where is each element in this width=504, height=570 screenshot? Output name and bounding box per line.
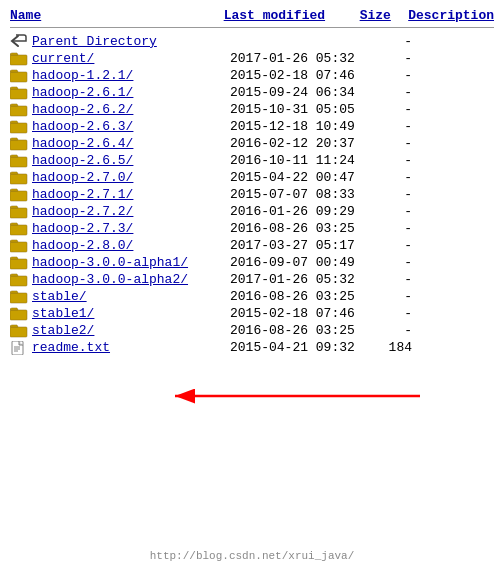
file-modified: 2016-09-07 00:49: [230, 255, 370, 270]
table-row: hadoop-2.6.3/2015-12-18 10:49-: [10, 118, 494, 135]
file-modified: 2017-01-26 05:32: [230, 272, 370, 287]
file-modified: 2016-01-26 09:29: [230, 204, 370, 219]
file-modified: 2015-02-18 07:46: [230, 306, 370, 321]
file-link[interactable]: hadoop-2.7.2/: [32, 204, 133, 219]
file-size: -: [370, 289, 420, 304]
table-row: current/2017-01-26 05:32-: [10, 50, 494, 67]
folder-icon: [10, 52, 28, 66]
file-name-cell: hadoop-2.6.5/: [10, 153, 230, 168]
file-name-cell: Parent Directory: [10, 33, 230, 49]
file-size: -: [370, 187, 420, 202]
file-modified: 2016-08-26 03:25: [230, 289, 370, 304]
svg-rect-8: [10, 191, 27, 201]
file-name-cell: stable2/: [10, 323, 230, 338]
svg-rect-3: [10, 106, 27, 116]
file-modified: 2016-08-26 03:25: [230, 221, 370, 236]
file-rows: Parent Directory- current/2017-01-26 05:…: [10, 32, 494, 356]
file-link[interactable]: stable2/: [32, 323, 94, 338]
file-modified: 2016-02-12 20:37: [230, 136, 370, 151]
folder-icon: [10, 256, 28, 270]
folder-icon: [10, 171, 28, 185]
svg-rect-9: [10, 208, 27, 218]
file-modified: 2016-10-11 11:24: [230, 153, 370, 168]
file-link[interactable]: hadoop-2.6.2/: [32, 102, 133, 117]
table-row: hadoop-2.6.1/2015-09-24 06:34-: [10, 84, 494, 101]
file-modified: 2017-01-26 05:32: [230, 51, 370, 66]
folder-icon: [10, 222, 28, 236]
table-row: stable/2016-08-26 03:25-: [10, 288, 494, 305]
file-size: -: [370, 51, 420, 66]
table-row: hadoop-2.6.2/2015-10-31 05:05-: [10, 101, 494, 118]
svg-rect-15: [10, 310, 27, 320]
svg-rect-13: [10, 276, 27, 286]
file-link[interactable]: hadoop-2.6.1/: [32, 85, 133, 100]
file-link[interactable]: hadoop-2.7.3/: [32, 221, 133, 236]
file-modified: 2015-12-18 10:49: [230, 119, 370, 134]
file-name-cell: hadoop-2.7.3/: [10, 221, 230, 236]
file-size: -: [370, 85, 420, 100]
file-name-cell: hadoop-1.2.1/: [10, 68, 230, 83]
folder-icon: [10, 154, 28, 168]
file-link[interactable]: current/: [32, 51, 94, 66]
svg-rect-14: [10, 293, 27, 303]
table-row: stable2/2016-08-26 03:25-: [10, 322, 494, 339]
file-link[interactable]: hadoop-3.0.0-alpha1/: [32, 255, 188, 270]
file-name-cell: stable/: [10, 289, 230, 304]
table-row: hadoop-2.7.3/2016-08-26 03:25-: [10, 220, 494, 237]
file-link[interactable]: hadoop-2.7.0/: [32, 170, 133, 185]
col-desc-header[interactable]: Description: [408, 8, 494, 23]
folder-icon: [10, 290, 28, 304]
file-modified: 2017-03-27 05:17: [230, 238, 370, 253]
col-size-header[interactable]: Size: [360, 8, 409, 23]
svg-rect-10: [10, 225, 27, 235]
svg-rect-5: [10, 140, 27, 150]
back-icon: [10, 33, 28, 49]
file-link[interactable]: hadoop-2.6.5/: [32, 153, 133, 168]
file-modified: 2015-09-24 06:34: [230, 85, 370, 100]
file-modified: 2015-04-22 00:47: [230, 170, 370, 185]
table-row: hadoop-2.7.0/2015-04-22 00:47-: [10, 169, 494, 186]
folder-icon: [10, 239, 28, 253]
col-name-header[interactable]: Name: [10, 8, 224, 23]
file-link[interactable]: hadoop-3.0.0-alpha2/: [32, 272, 188, 287]
table-row: hadoop-3.0.0-alpha2/2017-01-26 05:32-: [10, 271, 494, 288]
file-link[interactable]: stable1/: [32, 306, 94, 321]
file-name-cell: hadoop-2.7.1/: [10, 187, 230, 202]
col-modified-header[interactable]: Last modified: [224, 8, 360, 23]
table-row: stable1/2015-02-18 07:46-: [10, 305, 494, 322]
folder-icon: [10, 324, 28, 338]
file-size: -: [370, 204, 420, 219]
file-link[interactable]: hadoop-2.6.4/: [32, 136, 133, 151]
svg-rect-17: [12, 341, 23, 355]
table-header: Name Last modified Size Description: [10, 8, 494, 28]
file-link[interactable]: stable/: [32, 289, 87, 304]
file-link[interactable]: readme.txt: [32, 340, 110, 355]
folder-icon: [10, 273, 28, 287]
svg-rect-0: [10, 55, 27, 65]
file-modified: 2015-10-31 05:05: [230, 102, 370, 117]
svg-rect-7: [10, 174, 27, 184]
file-name-cell: hadoop-2.7.0/: [10, 170, 230, 185]
folder-icon: [10, 205, 28, 219]
file-name-cell: current/: [10, 51, 230, 66]
file-name-cell: hadoop-3.0.0-alpha2/: [10, 272, 230, 287]
table-row: readme.txt2015-04-21 09:32184: [10, 339, 494, 356]
file-size: -: [370, 255, 420, 270]
file-link[interactable]: hadoop-2.7.1/: [32, 187, 133, 202]
file-name-cell: readme.txt: [10, 340, 230, 355]
file-link[interactable]: hadoop-2.8.0/: [32, 238, 133, 253]
folder-icon: [10, 188, 28, 202]
file-size: -: [370, 136, 420, 151]
file-link[interactable]: hadoop-1.2.1/: [32, 68, 133, 83]
folder-icon: [10, 137, 28, 151]
file-size: -: [370, 102, 420, 117]
file-size: -: [370, 34, 420, 49]
file-size: -: [370, 68, 420, 83]
file-link[interactable]: Parent Directory: [32, 34, 157, 49]
file-link[interactable]: hadoop-2.6.3/: [32, 119, 133, 134]
table-row: hadoop-1.2.1/2015-02-18 07:46-: [10, 67, 494, 84]
table-row: hadoop-3.0.0-alpha1/2016-09-07 00:49-: [10, 254, 494, 271]
file-size: -: [370, 119, 420, 134]
table-row: hadoop-2.7.1/2015-07-07 08:33-: [10, 186, 494, 203]
file-size: -: [370, 238, 420, 253]
